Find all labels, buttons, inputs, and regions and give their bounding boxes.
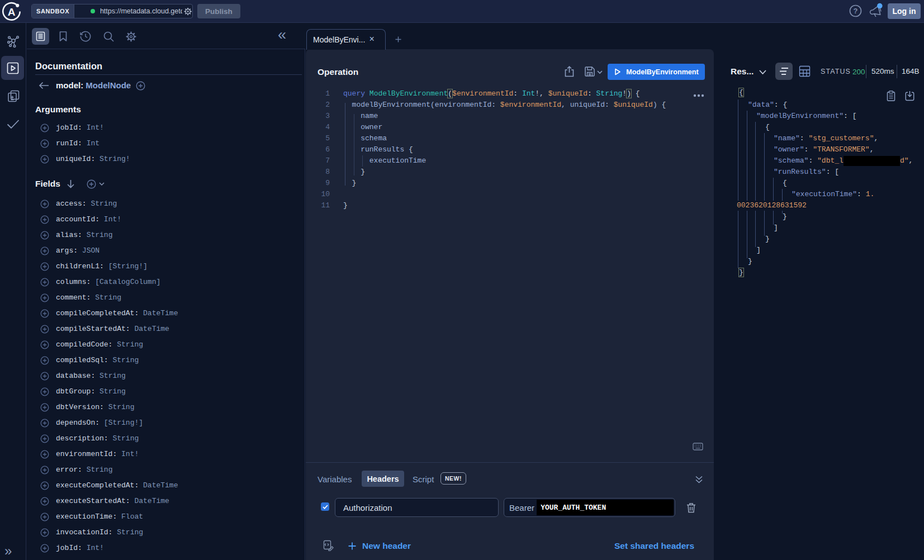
svg-text:A: A (8, 6, 16, 18)
svg-text:?: ? (854, 7, 858, 15)
